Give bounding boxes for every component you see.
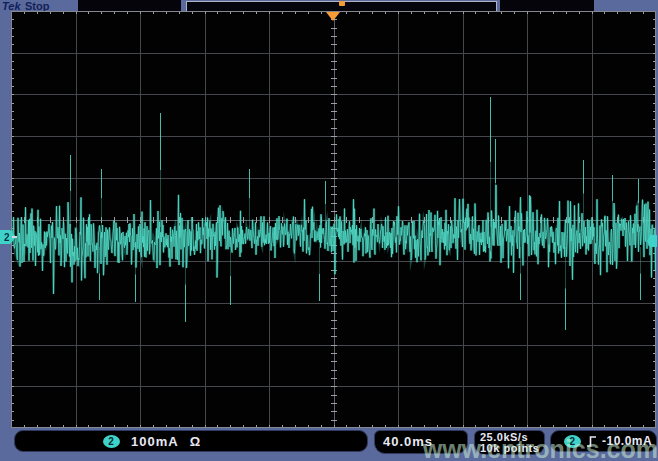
watermark: www.cntronics.com bbox=[423, 435, 658, 461]
channel2-readout: 2 100mA Ω bbox=[14, 430, 368, 452]
channel2-marker-label: 2 bbox=[4, 232, 10, 243]
ground-reference-icon bbox=[12, 236, 17, 238]
trigger-position-arrow-icon[interactable] bbox=[326, 12, 340, 21]
channel2-scale: 100mA bbox=[131, 434, 179, 449]
record-position-marker-icon[interactable] bbox=[339, 1, 345, 6]
oscilloscope-screen: Tek Stop 2 2 100mA Ω 40.0ms 25.0kS/s 10k… bbox=[0, 0, 658, 461]
waveform-display bbox=[11, 11, 656, 428]
channel2-badge: 2 bbox=[103, 435, 120, 448]
channel2-coupling: Ω bbox=[190, 434, 201, 449]
trigger-level-marker[interactable] bbox=[647, 235, 657, 247]
